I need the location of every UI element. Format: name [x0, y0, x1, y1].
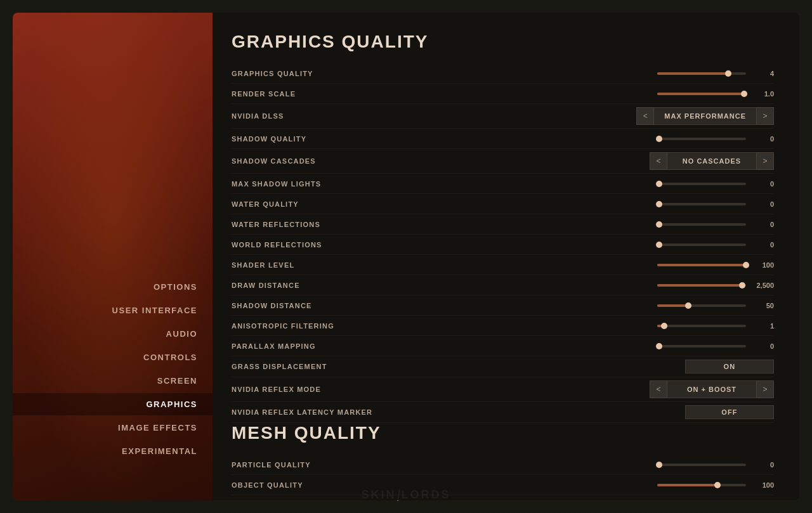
settings-control: 100 [599, 481, 774, 489]
slider-value: 2,500 [751, 282, 774, 289]
settings-label: DRAW DISTANCE [232, 282, 599, 289]
slider-thumb[interactable] [656, 242, 662, 248]
settings-control: 1.0 [599, 90, 774, 98]
slider-track[interactable] [657, 138, 746, 140]
slider-track[interactable] [657, 345, 746, 347]
slider-fill [657, 93, 744, 95]
slider-value: 1.0 [751, 90, 774, 98]
settings-control: 4 [599, 70, 774, 77]
dropdown-right-arrow[interactable]: > [756, 107, 774, 125]
sidebar-nav: OPTIONSUSER INTERFACEAUDIOCONTROLSSCREEN… [13, 276, 213, 462]
settings-label: WATER QUALITY [232, 200, 599, 208]
dropdown-left-arrow[interactable]: < [650, 152, 667, 170]
settings-row: SHADOW QUALITY0 [232, 129, 774, 149]
slider-track[interactable] [657, 223, 746, 226]
settings-row: SHADOW DISTANCE50 [232, 295, 774, 316]
slider-track[interactable] [657, 203, 746, 205]
slider-value: 100 [751, 481, 774, 489]
slider-track[interactable] [657, 484, 746, 486]
slider-value: 4 [751, 70, 774, 77]
dropdown-left-arrow[interactable]: < [636, 107, 654, 125]
slider-thumb[interactable] [714, 482, 721, 488]
sidebar-item-controls[interactable]: CONTROLS [13, 346, 213, 368]
settings-row: MAX SHADOW LIGHTS0 [232, 174, 774, 194]
slider-fill [657, 484, 717, 486]
slider-track[interactable] [657, 244, 746, 246]
settings-control: 100 [599, 261, 774, 269]
sidebar-item-audio[interactable]: AUDIO [13, 323, 213, 345]
dropdown-right-arrow[interactable]: > [756, 380, 774, 398]
settings-row: NVIDIA DLSS<Max Performance> [232, 104, 774, 129]
slider-value: 0 [751, 461, 774, 469]
settings-label: NVIDIA REFLEX MODE [232, 386, 599, 393]
sidebar-item-options[interactable]: OPTIONS [13, 276, 213, 298]
slider-track[interactable] [657, 464, 746, 466]
settings-label: PARALLAX MAPPING [232, 342, 599, 350]
settings-row: DRAW DISTANCE2,500 [232, 275, 774, 295]
slider-track[interactable] [657, 264, 746, 266]
settings-row: PARTICLE QUALITY0 [232, 455, 774, 475]
settings-control: 1 [599, 322, 774, 330]
settings-control: 0 [599, 342, 774, 350]
toggle-button[interactable]: ON [685, 360, 774, 373]
settings-label: ANISOTROPIC FILTERING [232, 322, 599, 330]
dropdown-control: <ON + BOOST> [650, 380, 774, 398]
mesh-quality-section: PARTICLE QUALITY0OBJECT QUALITY100TREE Q… [232, 455, 774, 500]
slider-thumb[interactable] [656, 181, 662, 187]
slider-thumb[interactable] [725, 70, 731, 77]
slider-track[interactable] [657, 325, 746, 327]
slider-track[interactable] [657, 183, 746, 185]
dropdown-right-arrow[interactable]: > [756, 152, 774, 170]
settings-control: <ON + BOOST> [599, 380, 774, 398]
settings-label: GRAPHICS QUALITY [232, 70, 599, 77]
settings-label: SHADOW DISTANCE [232, 302, 599, 309]
slider-fill [657, 264, 746, 266]
settings-row: TREE QUALITY0 [232, 495, 774, 500]
settings-control: 2,500 [599, 282, 774, 289]
graphics-quality-section: GRAPHICS QUALITY4RENDER SCALE1.0NVIDIA D… [232, 63, 774, 423]
slider-value: 1 [751, 322, 774, 330]
slider-thumb[interactable] [661, 323, 667, 329]
slider-thumb[interactable] [656, 136, 662, 142]
slider-thumb[interactable] [739, 282, 745, 289]
toggle-button[interactable]: OFF [685, 405, 774, 419]
settings-control: 0 [599, 180, 774, 188]
slider-track[interactable] [657, 304, 746, 307]
sidebar-item-image-effects[interactable]: IMAGE EFFECTS [13, 417, 213, 439]
dropdown-value: No Cascades [667, 152, 756, 170]
slider-thumb[interactable] [656, 221, 662, 228]
slider-fill [657, 304, 688, 307]
settings-row: WATER QUALITY0 [232, 194, 774, 214]
settings-row: NVIDIA REFLEX MODE<ON + BOOST> [232, 377, 774, 402]
settings-label: PARTICLE QUALITY [232, 461, 599, 469]
sidebar-item-user-interface[interactable]: USER INTERFACE [13, 299, 213, 321]
settings-control: ON [599, 360, 774, 373]
slider-thumb[interactable] [656, 201, 662, 207]
slider-track[interactable] [657, 284, 746, 287]
settings-row: RENDER SCALE1.0 [232, 84, 774, 104]
slider-thumb[interactable] [685, 302, 691, 309]
content-area[interactable]: Graphics Quality GRAPHICS QUALITY4RENDER… [213, 13, 799, 500]
dropdown-left-arrow[interactable]: < [650, 380, 667, 398]
slider-value: 0 [751, 180, 774, 188]
sidebar-item-experimental[interactable]: EXPERIMENTAL [13, 440, 213, 462]
slider-thumb[interactable] [743, 262, 749, 268]
slider-fill [657, 284, 742, 287]
settings-label: SHADOW CASCADES [232, 157, 599, 165]
slider-value: 100 [751, 261, 774, 269]
sidebar-item-graphics[interactable]: GRAPHICS [13, 393, 213, 415]
settings-control: OFF [599, 405, 774, 419]
slider-track[interactable] [657, 93, 746, 95]
slider-track[interactable] [657, 72, 746, 75]
settings-control: 0 [599, 221, 774, 228]
slider-value: 0 [751, 135, 774, 143]
settings-row: WORLD REFLECTIONS0 [232, 235, 774, 255]
slider-thumb[interactable] [656, 462, 662, 468]
slider-thumb[interactable] [656, 343, 662, 349]
settings-control: <Max Performance> [599, 107, 774, 125]
graphics-quality-title: Graphics Quality [232, 32, 774, 52]
mesh-quality-title: Mesh Quality [232, 423, 774, 443]
sidebar-item-screen[interactable]: SCREEN [13, 370, 213, 392]
slider-thumb[interactable] [741, 91, 747, 97]
settings-row: ANISOTROPIC FILTERING1 [232, 316, 774, 336]
